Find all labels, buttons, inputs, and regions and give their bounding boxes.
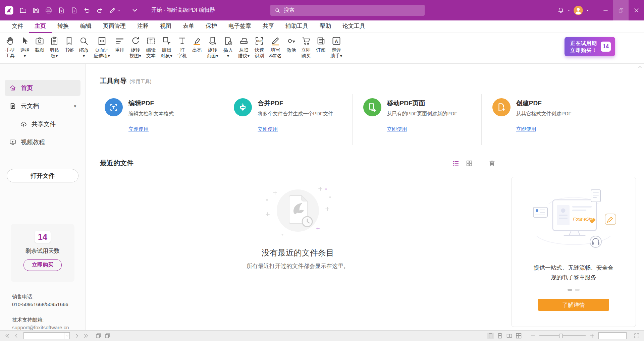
menu-item-protect[interactable]: 保护 xyxy=(200,20,223,33)
ribbon-button-subscribe[interactable]: 订阅 xyxy=(314,36,328,53)
recent-files-title: 最近的文件 xyxy=(100,159,133,168)
list-view-icon[interactable] xyxy=(452,160,460,167)
support-email-link[interactable]: support@foxitsoftware.cn xyxy=(12,324,82,331)
sidebar-item-shared-files[interactable]: 共享文件 xyxy=(15,116,80,132)
ribbon-button-buy-now[interactable]: 立即购买 xyxy=(299,36,314,59)
ribbon-button-rotate-view[interactable]: 旋转视图▾ xyxy=(127,36,144,59)
ribbon-button-typewriter[interactable]: 打字机 xyxy=(175,36,190,59)
menu-item-file[interactable]: 文件 xyxy=(6,20,29,33)
page-number-input[interactable] xyxy=(23,332,70,339)
notifications-caret-icon[interactable] xyxy=(567,8,571,12)
ribbon-button-rotate-pages[interactable]: 旋转页面▾ xyxy=(204,36,221,59)
menu-item-form[interactable]: 表单 xyxy=(177,20,200,33)
toolbar-options-chevron-icon[interactable] xyxy=(131,7,139,14)
zoom-in-icon[interactable] xyxy=(589,333,595,339)
menu-item-paper-tools[interactable]: 论文工具 xyxy=(337,20,371,33)
zoom-slider[interactable] xyxy=(539,333,586,339)
user-avatar[interactable] xyxy=(573,5,583,15)
ribbon-button-zoom[interactable]: 缩放▾ xyxy=(76,36,91,59)
ribbon-button-edit-text[interactable]: 编辑文本 xyxy=(144,36,158,59)
ribbon-button-from-scanner[interactable]: 从扫描仪▾ xyxy=(235,36,252,59)
zoom-percent-field[interactable] xyxy=(598,332,627,339)
menu-item-view[interactable]: 视图 xyxy=(154,20,177,33)
zoom-out-icon[interactable] xyxy=(530,333,536,339)
snapshot-pages-icon[interactable] xyxy=(95,333,102,339)
buy-now-button[interactable]: 立即购买 xyxy=(23,259,62,271)
tool-card-merge-pdf[interactable]: 合并PDF将多个文件合并生成一个PDF文件立即使用 xyxy=(223,94,352,145)
use-now-link[interactable]: 立即使用 xyxy=(387,126,407,132)
close-button[interactable] xyxy=(629,0,644,20)
restore-button[interactable] xyxy=(613,0,629,20)
ribbon-button-reflow[interactable]: 重排 xyxy=(112,36,127,53)
minimize-button[interactable] xyxy=(598,0,613,20)
ribbon-button-quick-ocr[interactable]: OCR快速识别 xyxy=(252,36,267,59)
layout-continuous-icon[interactable] xyxy=(497,333,503,339)
account-caret-icon[interactable] xyxy=(586,8,590,12)
open-folder-icon[interactable] xyxy=(19,7,27,14)
ribbon-button-clipboard[interactable]: 剪贴板▾ xyxy=(47,36,62,59)
search-box[interactable]: 搜索 xyxy=(270,5,425,16)
carousel-dot-1[interactable] xyxy=(568,289,572,291)
print-icon[interactable] xyxy=(45,7,52,14)
ribbon-button-snapshot[interactable]: 截图 xyxy=(32,36,47,53)
scrollbar-up-arrow[interactable] xyxy=(637,64,643,70)
fullscreen-icon[interactable] xyxy=(634,333,640,339)
tool-card-move-pdf-pages[interactable]: 移动PDF页面从已有的PDF页面创建新的PDF立即使用 xyxy=(352,94,481,145)
last-page-icon[interactable] xyxy=(83,333,89,339)
ribbon: 手型工具选择▾截图剪贴板▾书签缩放▾页面适应选项▾重排旋转视图▾编辑文本编辑对象… xyxy=(0,33,644,64)
ribbon-button-highlight[interactable]: 高亮 xyxy=(190,36,204,53)
share-doc-icon[interactable] xyxy=(58,7,65,14)
ribbon-button-edit-object[interactable]: 编辑对象▾ xyxy=(158,36,175,59)
ribbon-button-fit-page-options[interactable]: 页面适应选项▾ xyxy=(91,36,112,59)
ribbon-button-hand-tool[interactable]: 手型工具 xyxy=(3,36,17,59)
chevron-down-icon[interactable]: ▾ xyxy=(74,104,76,109)
use-now-link[interactable]: 立即使用 xyxy=(128,126,149,132)
ribbon-button-translate-assistant[interactable]: A翻译助手▾ xyxy=(328,36,345,59)
menu-item-convert[interactable]: 转换 xyxy=(52,20,74,33)
ribbon-button-insert[interactable]: 插入▾ xyxy=(221,36,235,59)
create-doc-icon[interactable] xyxy=(70,7,78,14)
copy-pages-icon[interactable] xyxy=(104,333,111,339)
first-page-icon[interactable] xyxy=(4,333,10,339)
menu-item-comment[interactable]: 注释 xyxy=(131,20,154,33)
select-cursor-icon xyxy=(20,36,30,46)
tool-card-edit-pdf[interactable]: 编辑PDF编辑文档和文本格式立即使用 xyxy=(100,94,223,145)
notifications-bell-icon[interactable] xyxy=(557,7,565,14)
ribbon-button-bookmark[interactable]: 书签 xyxy=(62,36,76,53)
grid-view-icon[interactable] xyxy=(466,160,473,167)
learn-more-button[interactable]: 了解详情 xyxy=(538,299,609,311)
svg-text:OCR: OCR xyxy=(256,39,263,43)
layout-single-page-icon[interactable] xyxy=(487,333,494,339)
trial-badge[interactable]: 正在试用期 立即购买！ 14 xyxy=(565,37,615,56)
use-now-link[interactable]: 立即使用 xyxy=(258,126,278,132)
redo-icon[interactable] xyxy=(96,7,103,14)
open-file-button[interactable]: 打开文件 xyxy=(7,169,78,182)
page-number-field[interactable] xyxy=(24,333,64,338)
ribbon-button-fill-sign[interactable]: 填写&签名 xyxy=(267,36,284,59)
menu-item-accessibility[interactable]: 辅助工具 xyxy=(280,20,314,33)
sidebar-item-video-tutorials[interactable]: 视频教程 xyxy=(5,134,80,150)
menu-item-edit[interactable]: 编辑 xyxy=(74,20,97,33)
menu-item-home[interactable]: 主页 xyxy=(29,20,52,33)
next-page-icon[interactable] xyxy=(74,333,80,339)
esign-tool-button[interactable] xyxy=(109,7,121,14)
undo-icon[interactable] xyxy=(83,7,91,14)
save-icon[interactable] xyxy=(32,7,40,14)
menu-item-share[interactable]: 共享 xyxy=(257,20,280,33)
prev-page-icon[interactable] xyxy=(13,333,19,339)
menu-item-esign[interactable]: 电子签章 xyxy=(223,20,257,33)
tool-card-create-pdf[interactable]: 创建PDF从其它格式文件创建PDF立即使用 xyxy=(481,94,610,145)
ribbon-button-activate[interactable]: 激活 xyxy=(284,36,299,53)
sidebar-item-cloud-docs[interactable]: 云文档▾ xyxy=(5,98,80,114)
carousel-dot-2[interactable] xyxy=(575,289,580,291)
sidebar-item-home[interactable]: 首页 xyxy=(5,80,80,96)
layout-facing-continuous-icon[interactable] xyxy=(516,333,522,339)
page-dropdown-caret[interactable] xyxy=(64,333,69,339)
ribbon-button-select[interactable]: 选择▾ xyxy=(17,36,32,59)
layout-facing-icon[interactable] xyxy=(506,333,513,339)
clear-recent-icon[interactable] xyxy=(488,160,496,167)
use-now-link[interactable]: 立即使用 xyxy=(516,126,536,132)
menu-item-help[interactable]: 帮助 xyxy=(314,20,337,33)
menu-item-page-management[interactable]: 页面管理 xyxy=(97,20,131,33)
zoom-slider-thumb[interactable] xyxy=(559,334,563,338)
